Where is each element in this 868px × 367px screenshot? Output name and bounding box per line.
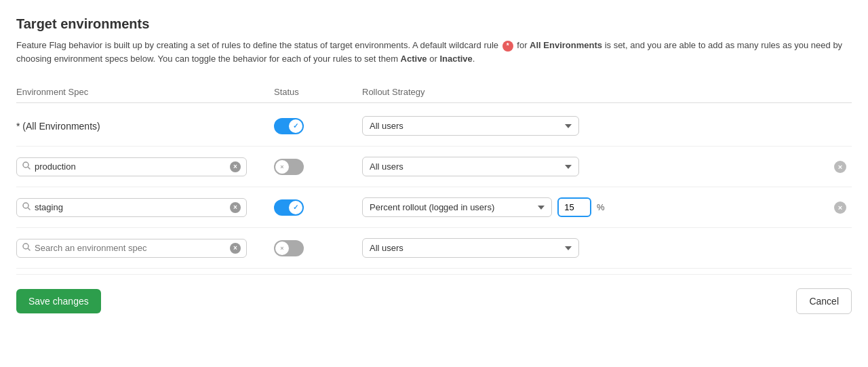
status-cell-staging: ✓ bbox=[274, 199, 362, 216]
svg-point-2 bbox=[23, 203, 28, 208]
environments-table: Environment Spec Status Rollout Strategy… bbox=[16, 81, 852, 269]
col-rollout: Rollout Strategy bbox=[362, 87, 797, 97]
rollout-select-all[interactable]: All users Percent rollout (logged in use… bbox=[362, 116, 579, 136]
env-spec-cell-staging: × bbox=[16, 198, 274, 217]
all-envs-label: * (All Environments) bbox=[16, 121, 100, 132]
page-description: Feature Flag behavior is built up by cre… bbox=[16, 39, 852, 65]
search-icon-new bbox=[22, 243, 31, 253]
cancel-button[interactable]: Cancel bbox=[796, 288, 852, 314]
toggle-staging[interactable]: ✓ bbox=[274, 199, 304, 216]
rollout-cell-prod: All users Percent rollout (logged in use… bbox=[362, 157, 797, 176]
env-spec-cell-prod: × bbox=[16, 157, 274, 176]
footer: Save changes Cancel bbox=[16, 274, 852, 328]
table-row: × × All users Percent rollout (logged in… bbox=[16, 147, 852, 187]
save-button[interactable]: Save changes bbox=[16, 289, 101, 313]
env-search-input-new[interactable] bbox=[35, 243, 226, 253]
col-actions bbox=[797, 87, 852, 97]
table-row: * (All Environments) ✓ All users Percent… bbox=[16, 106, 852, 147]
status-cell-prod: × bbox=[274, 159, 362, 175]
toggle-x-icon: × bbox=[280, 245, 283, 252]
toggle-all-env[interactable]: ✓ bbox=[274, 118, 304, 134]
rollout-select-staging[interactable]: All users Percent rollout (logged in use… bbox=[362, 197, 552, 217]
rollout-cell-staging: All users Percent rollout (logged in use… bbox=[362, 197, 797, 217]
clear-icon-new: × bbox=[230, 243, 241, 254]
search-input-wrap-staging: × bbox=[16, 198, 247, 217]
status-cell-all: ✓ bbox=[274, 118, 362, 134]
table-row: × × All users Percent rollout (logged in… bbox=[16, 228, 852, 269]
env-search-input-staging[interactable] bbox=[35, 202, 226, 212]
env-spec-cell-new: × bbox=[16, 239, 274, 258]
toggle-check-icon: ✓ bbox=[293, 204, 298, 211]
status-cell-new: × bbox=[274, 240, 362, 256]
percent-label-staging: % bbox=[597, 202, 605, 212]
clear-button-new[interactable]: × bbox=[230, 243, 241, 254]
svg-line-3 bbox=[28, 208, 31, 210]
clear-icon-prod: × bbox=[230, 161, 241, 172]
clear-icon-staging: × bbox=[230, 202, 241, 213]
env-search-input-prod[interactable] bbox=[35, 161, 226, 172]
toggle-thumb: × bbox=[275, 160, 289, 174]
search-icon-prod bbox=[22, 161, 31, 172]
table-row: × ✓ All users Percent rollout (logged in… bbox=[16, 187, 852, 228]
svg-point-4 bbox=[23, 244, 28, 249]
search-input-wrap-new: × bbox=[16, 239, 247, 258]
search-input-wrap-prod: × bbox=[16, 157, 247, 176]
toggle-new[interactable]: × bbox=[274, 240, 304, 256]
toggle-thumb: × bbox=[275, 242, 289, 255]
rollout-select-new[interactable]: All users Percent rollout (logged in use… bbox=[362, 238, 579, 258]
remove-button-prod[interactable]: × bbox=[834, 161, 846, 173]
clear-button-staging[interactable]: × bbox=[230, 202, 241, 213]
toggle-x-icon: × bbox=[280, 163, 283, 170]
rollout-cell-all: All users Percent rollout (logged in use… bbox=[362, 116, 797, 136]
search-icon-staging bbox=[22, 202, 31, 212]
toggle-check-icon: ✓ bbox=[293, 122, 298, 130]
remove-icon-prod: × bbox=[834, 161, 846, 173]
page-title: Target environments bbox=[16, 16, 852, 32]
svg-line-1 bbox=[28, 168, 31, 170]
remove-icon-staging: × bbox=[834, 201, 846, 214]
toggle-production[interactable]: × bbox=[274, 159, 304, 175]
clear-button-prod[interactable]: × bbox=[230, 161, 241, 172]
remove-cell-staging: × bbox=[797, 201, 852, 214]
rollout-cell-new: All users Percent rollout (logged in use… bbox=[362, 238, 797, 258]
toggle-thumb: ✓ bbox=[289, 119, 302, 133]
rollout-select-prod[interactable]: All users Percent rollout (logged in use… bbox=[362, 157, 579, 176]
toggle-thumb: ✓ bbox=[289, 201, 302, 214]
svg-point-0 bbox=[23, 162, 28, 168]
remove-cell-prod: × bbox=[797, 161, 852, 173]
wildcard-icon: * bbox=[502, 41, 513, 52]
col-env-spec: Environment Spec bbox=[16, 87, 274, 97]
table-header: Environment Spec Status Rollout Strategy bbox=[16, 81, 852, 103]
col-status: Status bbox=[274, 87, 362, 97]
svg-line-5 bbox=[28, 249, 31, 251]
env-spec-cell: * (All Environments) bbox=[16, 121, 274, 132]
percent-input-staging[interactable] bbox=[557, 197, 591, 217]
remove-button-staging[interactable]: × bbox=[834, 201, 846, 214]
